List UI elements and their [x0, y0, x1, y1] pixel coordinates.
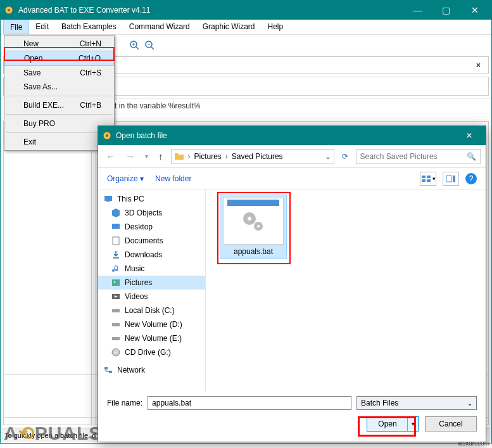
- file-item-appuals-bat[interactable]: appuals.bat: [220, 195, 287, 259]
- open-file-dialog: Open batch file ✕ ← → ▾ ↑ › Pictures › S…: [98, 125, 486, 442]
- menu-item-save[interactable]: SaveCtrl+S: [4, 66, 114, 80]
- svg-point-22: [114, 281, 116, 283]
- drive-icon: [111, 305, 121, 316]
- zoom-out-icon[interactable]: [145, 41, 155, 51]
- refresh-icon[interactable]: ⟳: [339, 152, 351, 161]
- help-icon[interactable]: ?: [465, 173, 477, 184]
- nav-recent-icon[interactable]: ▾: [142, 151, 151, 161]
- file-list[interactable]: appuals.bat: [206, 189, 486, 391]
- cube-icon: [111, 208, 121, 218]
- menu-graphic-wizard[interactable]: Graphic Wizard: [196, 20, 262, 34]
- svg-line-7: [151, 47, 154, 49]
- pc-icon: [103, 194, 113, 204]
- svg-rect-27: [112, 337, 120, 340]
- dialog-close-button[interactable]: ✕: [457, 126, 482, 145]
- svg-point-29: [115, 352, 117, 354]
- file-thumb: [223, 198, 284, 245]
- menubar: File Edit Batch Examples Command Wizard …: [1, 20, 491, 35]
- file-type-filter[interactable]: Batch Files⌄: [356, 396, 477, 410]
- address-dropdown-icon[interactable]: ⌄: [325, 152, 331, 161]
- app-icon: [3, 4, 15, 16]
- svg-rect-14: [427, 179, 431, 182]
- svg-point-34: [248, 217, 251, 221]
- cd-icon: [111, 347, 121, 357]
- sidebar-desktop[interactable]: Desktop: [98, 220, 205, 234]
- menu-separator: [6, 96, 113, 96]
- sidebar-documents[interactable]: Documents: [98, 234, 205, 248]
- downloads-icon: [111, 250, 121, 260]
- nav-forward-icon[interactable]: →: [123, 150, 137, 163]
- pictures-icon: [111, 278, 121, 288]
- sidebar-local-disk-c[interactable]: Local Disk (C:): [98, 304, 205, 317]
- dialog-body: This PC 3D Objects Desktop Documents Dow…: [98, 189, 486, 391]
- close-button[interactable]: ✕: [460, 1, 489, 20]
- svg-rect-26: [112, 323, 120, 326]
- minimize-button[interactable]: —: [403, 1, 432, 20]
- breadcrumb-pictures[interactable]: Pictures: [192, 152, 224, 161]
- svg-rect-21: [112, 279, 120, 286]
- view-mode-button[interactable]: ▾: [420, 172, 436, 186]
- sidebar-music[interactable]: Music: [98, 262, 205, 276]
- sidebar-downloads[interactable]: Downloads: [98, 248, 205, 262]
- svg-rect-18: [106, 202, 110, 202]
- svg-rect-17: [104, 196, 112, 201]
- nav-back-icon[interactable]: ←: [103, 150, 118, 163]
- drive-icon: [111, 319, 121, 330]
- preview-pane-button[interactable]: [443, 172, 459, 186]
- sidebar: This PC 3D Objects Desktop Documents Dow…: [98, 189, 206, 391]
- gears-icon: [239, 208, 267, 234]
- address-bar[interactable]: › Pictures › Saved Pictures ⌄: [171, 149, 334, 164]
- sidebar-new-volume-d[interactable]: New Volume (D:): [98, 317, 205, 331]
- maximize-button[interactable]: ▢: [432, 1, 460, 20]
- breadcrumb-saved-pictures[interactable]: Saved Pictures: [229, 152, 286, 161]
- svg-point-35: [257, 225, 260, 227]
- sidebar-pictures[interactable]: Pictures: [98, 276, 205, 290]
- new-folder-button[interactable]: New folder: [155, 174, 191, 183]
- sidebar-3d-objects[interactable]: 3D Objects: [98, 206, 205, 220]
- sidebar-cd-drive-g[interactable]: CD Drive (G:): [98, 345, 205, 359]
- search-placeholder: Search Saved Pictures: [360, 152, 438, 161]
- menu-file[interactable]: File: [3, 20, 29, 34]
- cancel-button[interactable]: Cancel: [425, 416, 477, 432]
- open-button[interactable]: Open: [367, 416, 419, 432]
- svg-rect-15: [446, 176, 451, 182]
- menu-item-build-exe[interactable]: Build EXE...Ctrl+B: [4, 98, 114, 112]
- dialog-title: Open batch file: [116, 131, 457, 140]
- desktop-icon: [111, 222, 121, 232]
- dialog-icon: [102, 131, 112, 141]
- breadcrumb-sep: ›: [187, 152, 192, 161]
- svg-rect-30: [104, 367, 108, 369]
- search-input[interactable]: Search Saved Pictures 🔍: [356, 149, 481, 164]
- breadcrumb-sep: ›: [224, 152, 229, 161]
- svg-rect-16: [453, 176, 455, 182]
- documents-icon: [111, 236, 121, 246]
- menu-item-save-as[interactable]: Save As...: [4, 80, 114, 94]
- sidebar-videos[interactable]: Videos: [98, 290, 205, 304]
- svg-rect-25: [112, 309, 120, 312]
- menu-separator: [6, 114, 113, 115]
- file-name-input[interactable]: [148, 396, 351, 410]
- sidebar-new-volume-e[interactable]: New Volume (E:): [98, 331, 205, 345]
- svg-rect-11: [422, 176, 426, 178]
- menu-help[interactable]: Help: [261, 20, 289, 34]
- svg-rect-13: [422, 179, 426, 182]
- menu-batch-examples[interactable]: Batch Examples: [55, 20, 123, 34]
- dialog-bottom: File name: Batch Files⌄ Open Cancel: [98, 391, 486, 442]
- menu-item-open[interactable]: Open...Ctrl+O: [4, 51, 114, 66]
- menu-edit[interactable]: Edit: [29, 20, 55, 34]
- dialog-toolbar: Organize ▾ New folder ▾ ?: [98, 168, 486, 189]
- videos-icon: [111, 291, 121, 302]
- params-close-icon[interactable]: ×: [472, 61, 484, 70]
- sidebar-network[interactable]: Network: [98, 363, 205, 377]
- app-title: Advanced BAT to EXE Converter v4.11: [18, 6, 403, 15]
- zoom-in-icon[interactable]: [130, 41, 140, 51]
- file-name-label: File name:: [107, 399, 142, 407]
- nav-up-icon[interactable]: ↑: [156, 150, 166, 163]
- svg-rect-20: [113, 237, 119, 245]
- sidebar-this-pc[interactable]: This PC: [98, 192, 205, 206]
- menu-item-new[interactable]: NewCtrl+N: [4, 37, 114, 51]
- organize-button[interactable]: Organize ▾: [107, 174, 144, 183]
- file-label: appuals.bat: [223, 247, 284, 256]
- menu-command-wizard[interactable]: Command Wizard: [123, 20, 196, 34]
- watermark: A⟲PUALS: [4, 422, 102, 444]
